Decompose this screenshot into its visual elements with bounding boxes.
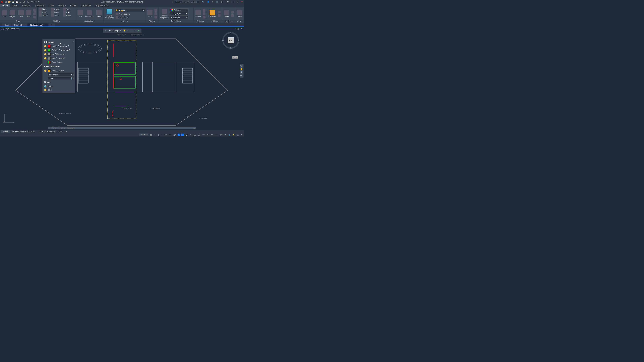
doc-tab[interactable]: Start — [2, 23, 11, 26]
panel-title-utilities[interactable]: Utilities ▾ — [207, 20, 222, 23]
text-button[interactable]: Text — [76, 9, 84, 18]
app-logo[interactable]: A — [1, 0, 3, 4]
help-icon[interactable]: ❔▾ — [225, 1, 230, 3]
mirror-button[interactable]: Mirror — [50, 11, 62, 14]
ortho-icon[interactable]: ⌐ — [160, 134, 163, 136]
make-current-button[interactable]: Make Current — [115, 12, 145, 15]
save-icon[interactable]: 💾 — [12, 0, 14, 3]
close-tab-icon[interactable]: × — [44, 24, 46, 26]
panel-title-draw[interactable]: Draw ▾ — [0, 20, 38, 23]
account-icon[interactable]: 👤 — [206, 1, 210, 3]
annoscale-icon[interactable]: ⛶ — [193, 134, 196, 136]
gear-icon[interactable]: ✲▾ — [210, 134, 214, 136]
new-icon[interactable]: ▤ — [4, 0, 7, 3]
cleanscreen-icon[interactable]: ▢ — [236, 134, 240, 136]
copy-button[interactable]: Copy — [38, 11, 50, 14]
layer-combo[interactable]: 💡 ❄🔓🖶 0 ▼ — [115, 9, 145, 12]
scale-label[interactable]: 1:1 — [202, 134, 206, 136]
viewcube[interactable]: TOP N S E W — [222, 32, 239, 49]
saveas-icon[interactable]: 💾 — [15, 0, 18, 3]
color-combo[interactable]: ByLayer▼ — [170, 8, 188, 12]
print-icon[interactable]: 🖨 — [26, 0, 29, 3]
new-tab-button[interactable]: + — [49, 23, 55, 26]
isolate-icon[interactable]: ◉ — [228, 134, 231, 136]
cmdline-close-icon[interactable]: ✕ — [50, 127, 51, 129]
tab-manage[interactable]: Manage — [56, 4, 68, 7]
panel-title-annotation[interactable]: Annotation ▾ — [76, 20, 103, 23]
rotate-button[interactable]: Rotate — [50, 8, 62, 11]
zoom-icon[interactable]: 🔍 — [240, 71, 243, 73]
bulb-icon[interactable] — [44, 69, 46, 72]
wcs-badge[interactable]: WCS — [232, 56, 238, 59]
pan-icon[interactable]: ✋ — [240, 68, 243, 70]
scale-button[interactable]: Scale — [50, 14, 62, 17]
bulb-icon[interactable] — [44, 49, 46, 51]
move-button[interactable]: Move — [38, 8, 50, 11]
diff-item[interactable]: Only in Current Xref — [44, 48, 74, 52]
bulb-icon[interactable] — [44, 45, 46, 47]
viewport-maximize-icon[interactable]: ▢ — [236, 28, 240, 30]
tab-parametric[interactable]: Parametric — [32, 4, 47, 7]
bulb-icon[interactable]: 💡 — [123, 29, 126, 32]
units-icon[interactable]: ▤▾ — [219, 134, 223, 136]
diff-item[interactable]: Not in Current Xref — [44, 44, 74, 48]
match-layer-button[interactable]: Match Layer — [115, 16, 145, 19]
tab-collaborate[interactable]: Collaborate — [79, 4, 94, 7]
paste-button[interactable]: Paste — [223, 10, 230, 18]
dimension-button[interactable]: Dimension — [84, 9, 95, 18]
next-icon[interactable]: → — [132, 29, 135, 32]
filter-hatch[interactable]: Hatch — [44, 84, 74, 88]
viewport-close-icon[interactable]: ✕ — [240, 28, 243, 30]
undo-icon[interactable]: ↶▾ — [30, 0, 33, 3]
tab-view[interactable]: View — [47, 4, 56, 7]
doc-tab[interactable]: Drawing1× — [12, 23, 27, 26]
tab-insert[interactable]: Insert — [10, 4, 20, 7]
snap-icon[interactable]: ⋯ — [154, 134, 157, 136]
panel-title-view[interactable]: View ▾ — [235, 20, 244, 23]
insert-block-button[interactable]: Insert — [146, 9, 154, 18]
check-icon[interactable]: ✔ — [137, 29, 140, 32]
measure-button[interactable]: Measure — [208, 9, 217, 18]
minimize-icon[interactable]: — — [231, 1, 234, 3]
create-block-button[interactable] — [154, 9, 158, 12]
quickprops-icon[interactable]: ⧉ — [224, 134, 227, 136]
status-model[interactable]: MODEL — [139, 133, 148, 136]
plot-icon[interactable]: 🖶 — [23, 0, 26, 3]
array-button[interactable]: Array — [62, 14, 74, 17]
layout-tab[interactable]: 8th Floor Power Plan - Color — [37, 130, 64, 133]
edit-block-button[interactable] — [154, 12, 158, 15]
layout-tab[interactable]: Model — [1, 130, 10, 133]
cloud-shape-combo[interactable]: Rectangular▼ — [48, 73, 74, 76]
circle-button[interactable]: Circle — [17, 9, 25, 18]
bulb-icon[interactable] — [44, 53, 46, 55]
annovisibility-icon[interactable]: 人 — [198, 134, 200, 136]
osnap-icon[interactable]: ◻▾ — [173, 134, 176, 136]
app-menu-dropdown[interactable]: ▾ — [212, 1, 214, 3]
polyline-button[interactable]: Polyline — [8, 9, 17, 18]
lineweight-icon[interactable]: ▭ — [181, 134, 184, 136]
search-arrow-icon[interactable]: ▸ — [172, 1, 173, 3]
cart-icon[interactable]: 🛒 — [215, 1, 219, 3]
layer-properties-button[interactable]: Layer Properties — [104, 8, 114, 19]
isodraft-icon[interactable]: ∠ — [169, 134, 172, 136]
cmdline-wrench-icon[interactable]: ✎ — [52, 127, 54, 129]
diff-item[interactable]: Not Compared — [44, 56, 74, 60]
search-icon[interactable]: 🔍 — [201, 1, 205, 3]
search-input[interactable] — [174, 0, 200, 3]
panel-title-block[interactable]: Block ▾ — [146, 20, 158, 23]
panel-title-properties[interactable]: Properties ▾ — [159, 20, 194, 23]
cloud-size-input[interactable]: Size — [48, 77, 74, 80]
arc-button[interactable]: Arc — [25, 9, 32, 18]
panel-pin-icon[interactable]: ⟐ — [72, 40, 74, 42]
otrack-icon[interactable]: ∠ — [178, 134, 180, 136]
viewport-minimize-icon[interactable]: — — [232, 28, 236, 30]
trim-button[interactable]: Trim — [62, 8, 74, 11]
match-properties-button[interactable]: Match Properties — [159, 8, 170, 19]
open-icon[interactable]: 📂 — [8, 0, 11, 3]
linetype-combo[interactable]: ━ByLayer▼ — [170, 16, 188, 19]
close-icon[interactable]: ✕ — [240, 1, 244, 3]
steering-wheel-icon[interactable]: ◎ — [240, 64, 243, 67]
panel-title-layers[interactable]: Layers ▾ — [104, 20, 145, 23]
qat-dropdown-icon[interactable]: ▼ — [38, 0, 40, 3]
stretch-button[interactable]: Stretch — [38, 14, 50, 17]
